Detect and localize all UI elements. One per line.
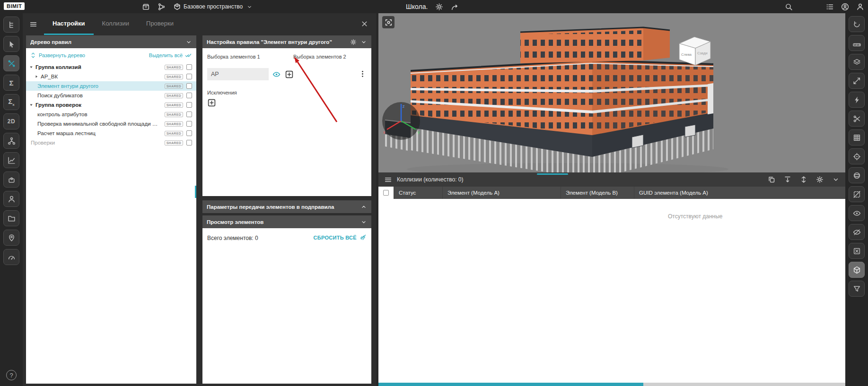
zoom-to-fit-button[interactable] xyxy=(382,16,395,28)
view-2d-button[interactable]: 2D xyxy=(3,113,19,129)
close-panel-button[interactable] xyxy=(360,20,368,28)
tree-row-checks-group[interactable]: Группа проверок SHARED xyxy=(26,100,196,110)
scrollbar-thumb[interactable] xyxy=(195,186,196,198)
3d-scene[interactable]: x Y z Слева Сзади xyxy=(378,13,845,172)
grid-button[interactable] xyxy=(849,129,865,146)
tree-row-stairs-calc[interactable]: Расчет марша лестниц SHARED xyxy=(26,129,196,138)
ruler-button[interactable] xyxy=(849,35,865,51)
table-settings-button[interactable] xyxy=(816,176,824,183)
fit-height-button[interactable] xyxy=(784,176,791,183)
select-button[interactable] xyxy=(3,36,19,52)
tree-item-checkbox[interactable] xyxy=(186,102,192,108)
rule-settings-header[interactable]: Настройка правила "Элемент внтури другог… xyxy=(202,35,371,48)
column-status[interactable]: Статус xyxy=(394,187,442,199)
tree-item-checkbox[interactable] xyxy=(186,64,192,70)
building-model[interactable] xyxy=(385,27,728,172)
tree-item-checkbox[interactable] xyxy=(186,83,192,89)
workspace-selector[interactable]: Базовое пространство xyxy=(184,0,253,13)
collapse-triangle-icon[interactable] xyxy=(28,64,34,70)
layers-button[interactable] xyxy=(849,54,865,70)
collapse-triangle-icon[interactable] xyxy=(28,102,34,108)
users-button[interactable] xyxy=(3,191,19,207)
project-archive-button[interactable] xyxy=(142,3,150,11)
expand-tree-button[interactable]: Развернуть дерево xyxy=(30,52,85,59)
quick-actions-button[interactable] xyxy=(849,92,865,108)
tree-item-checkbox[interactable] xyxy=(186,74,192,79)
model-sync-button[interactable] xyxy=(173,3,181,11)
clip-button[interactable] xyxy=(849,111,865,127)
tree-row-collision-group[interactable]: Группа коллизий SHARED xyxy=(26,62,196,72)
panel-menu-button[interactable] xyxy=(29,20,37,28)
tree-row-min-area-check[interactable]: Проверка минимальной свободной площади с… xyxy=(26,119,196,129)
measure-button[interactable] xyxy=(849,73,865,89)
chevron-up-icon[interactable] xyxy=(360,204,367,210)
sphere-view-button[interactable] xyxy=(849,167,865,183)
tree-row-attribute-control[interactable]: контроль атрибутов SHARED xyxy=(26,110,196,119)
tree-row-ar-vk[interactable]: АР_ВК SHARED xyxy=(26,72,196,81)
expand-triangle-icon[interactable] xyxy=(34,74,39,79)
copy-button[interactable] xyxy=(768,176,775,183)
tree-row-element-inside[interactable]: Элемент внтури другого SHARED xyxy=(26,81,196,91)
dashboard-button[interactable] xyxy=(3,249,19,265)
tree-row-duplicates[interactable]: Поиск дубликатов SHARED xyxy=(26,91,196,100)
collapse-panel-button[interactable] xyxy=(832,176,840,183)
share-button[interactable] xyxy=(451,3,459,11)
elements-view-header[interactable]: Просмотр элементов xyxy=(202,215,371,228)
subtotal-button[interactable]: Σx xyxy=(3,94,19,110)
focus-target-button[interactable] xyxy=(849,148,865,164)
isolate-button[interactable] xyxy=(849,243,865,259)
reset-all-button[interactable]: СБРОСИТЬ ВСЁ xyxy=(313,234,367,241)
select-all-button[interactable]: Выделить всё xyxy=(149,52,192,59)
tab-checks[interactable]: Проверки xyxy=(138,13,182,35)
column-element-a[interactable]: Элемент (Модель A) xyxy=(442,187,561,199)
versions-button[interactable] xyxy=(158,3,166,11)
chevron-down-icon[interactable] xyxy=(360,39,367,45)
summary-button[interactable]: Σ xyxy=(3,75,19,91)
axis-gizmo[interactable]: x Y z xyxy=(382,102,420,140)
tree-item-checkbox[interactable] xyxy=(186,130,192,136)
selection1-input[interactable] xyxy=(207,68,269,80)
shared-folder-button[interactable] xyxy=(3,210,19,226)
chevron-down-icon[interactable] xyxy=(360,219,367,225)
add-selection2-button[interactable] xyxy=(285,70,294,79)
rules-tree-header[interactable]: Дерево правил xyxy=(26,35,196,48)
app-logo[interactable]: BIMIT xyxy=(4,2,25,10)
tree-item-checkbox[interactable] xyxy=(186,140,192,146)
charts-button[interactable] xyxy=(3,152,19,168)
section-box-button[interactable] xyxy=(849,186,865,202)
search-button[interactable] xyxy=(785,3,793,11)
filter-button[interactable] xyxy=(849,281,865,297)
user-location-button[interactable] xyxy=(3,230,19,246)
help-button[interactable]: ? xyxy=(6,370,17,380)
select-all-checkbox[interactable] xyxy=(383,190,389,196)
gear-icon[interactable] xyxy=(350,39,357,45)
orbit-button[interactable] xyxy=(849,16,865,32)
column-element-b[interactable]: Элемент (Модель B) xyxy=(561,187,634,199)
preview-selection-button[interactable] xyxy=(272,70,281,78)
model-viewport[interactable]: x Y z Слева Сзади Коллизии (количество: … xyxy=(378,13,845,386)
plugins-button[interactable] xyxy=(3,172,19,188)
collision-check-button[interactable] xyxy=(3,55,19,71)
menu-list-button[interactable] xyxy=(826,3,834,11)
model-tree-button[interactable] xyxy=(3,17,19,33)
tree-item-checkbox[interactable] xyxy=(186,93,192,98)
rule-more-button[interactable] xyxy=(359,70,367,78)
add-exclusion-button[interactable] xyxy=(207,98,216,107)
column-guid-a[interactable]: GUID элемента (Модель A) xyxy=(634,187,845,199)
account-button[interactable] xyxy=(841,3,849,11)
tab-collisions[interactable]: Коллизии xyxy=(94,13,138,35)
tree-item-checkbox[interactable] xyxy=(186,121,192,127)
project-settings-button[interactable] xyxy=(435,3,443,11)
collisions-menu-button[interactable] xyxy=(384,176,392,184)
tree-row-checks[interactable]: Проверки SHARED xyxy=(26,138,196,147)
tree-item-checkbox[interactable] xyxy=(186,112,192,117)
view-cube[interactable]: Слева Сзади xyxy=(679,37,710,65)
hide-button[interactable] xyxy=(849,224,865,240)
tab-settings[interactable]: Настройки xyxy=(44,13,94,35)
show-button[interactable] xyxy=(849,205,865,221)
structure-button[interactable] xyxy=(3,133,19,149)
subrules-header[interactable]: Параметры передачи элементов в подправил… xyxy=(202,200,371,213)
profile-button[interactable] xyxy=(856,3,864,11)
model-view-button[interactable] xyxy=(849,262,865,278)
align-button[interactable] xyxy=(800,176,807,183)
